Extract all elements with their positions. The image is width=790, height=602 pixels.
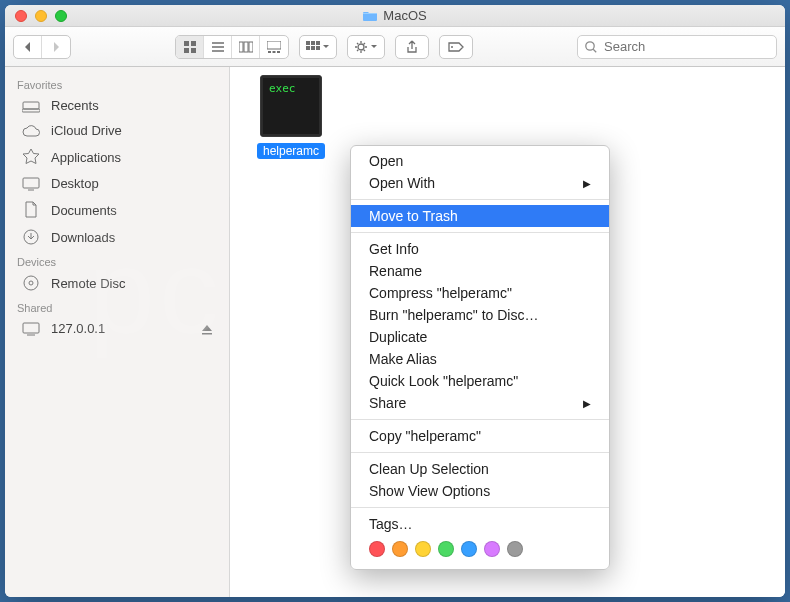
ctx-tags-label[interactable]: Tags… [351,513,609,535]
titlebar: MacOS [5,5,785,27]
search-input[interactable] [577,35,777,59]
ctx-compress[interactable]: Compress "helperamc" [351,282,609,304]
disc-icon [21,275,41,291]
sidebar: Favorites Recents iCloud Drive Applicati… [5,67,230,597]
svg-rect-22 [23,178,39,188]
svg-rect-16 [316,46,320,50]
cloud-icon [21,124,41,138]
ctx-separator [351,419,609,420]
ctx-get-info[interactable]: Get Info [351,238,609,260]
svg-rect-10 [277,51,280,53]
sidebar-header-favorites: Favorites [5,73,229,93]
file-item[interactable]: exec helperamc [252,75,330,159]
sidebar-item-documents[interactable]: Documents [9,196,225,224]
svg-point-24 [24,276,38,290]
share-button[interactable] [395,35,429,59]
svg-rect-7 [267,41,281,49]
list-view-button[interactable] [204,36,232,58]
search-field-wrap [577,35,777,59]
ctx-tag-colors [351,535,609,565]
svg-rect-8 [268,51,271,53]
arrange-button[interactable] [299,35,337,59]
tag-blue[interactable] [461,541,477,557]
desktop-icon [21,177,41,191]
ctx-duplicate[interactable]: Duplicate [351,326,609,348]
forward-button[interactable] [42,36,70,58]
svg-rect-11 [306,41,310,45]
ctx-move-to-trash[interactable]: Move to Trash [351,205,609,227]
tag-orange[interactable] [392,541,408,557]
svg-rect-14 [306,46,310,50]
sidebar-item-label: Recents [51,98,99,113]
svg-point-25 [29,281,33,285]
tag-yellow[interactable] [415,541,431,557]
svg-rect-1 [191,41,196,46]
svg-rect-13 [316,41,320,45]
sidebar-header-devices: Devices [5,250,229,270]
tag-green[interactable] [438,541,454,557]
sidebar-item-label: iCloud Drive [51,123,122,138]
svg-rect-15 [311,46,315,50]
column-view-button[interactable] [232,36,260,58]
view-mode-buttons [175,35,289,59]
recents-icon [21,99,41,113]
close-window-button[interactable] [15,10,27,22]
window-title: MacOS [383,8,426,23]
svg-rect-12 [311,41,315,45]
svg-point-19 [586,41,594,49]
sidebar-item-downloads[interactable]: Downloads [9,224,225,250]
gallery-view-button[interactable] [260,36,288,58]
ctx-separator [351,452,609,453]
downloads-icon [21,229,41,245]
search-icon [584,40,598,54]
tag-red[interactable] [369,541,385,557]
svg-rect-4 [239,42,243,52]
ctx-quick-look[interactable]: Quick Look "helperamc" [351,370,609,392]
sidebar-item-label: 127.0.0.1 [51,321,105,336]
sidebar-item-label: Applications [51,150,121,165]
applications-icon [21,148,41,166]
icon-view-button[interactable] [176,36,204,58]
chevron-right-icon: ▶ [583,398,591,409]
ctx-copy[interactable]: Copy "helperamc" [351,425,609,447]
ctx-open-with[interactable]: Open With▶ [351,172,609,194]
sidebar-item-recents[interactable]: Recents [9,93,225,118]
tag-purple[interactable] [484,541,500,557]
sidebar-item-remote-disc[interactable]: Remote Disc [9,270,225,296]
svg-rect-9 [273,51,276,53]
svg-rect-5 [244,42,248,52]
ctx-make-alias[interactable]: Make Alias [351,348,609,370]
ctx-separator [351,199,609,200]
minimize-window-button[interactable] [35,10,47,22]
svg-point-17 [358,44,364,50]
ctx-show-view-options[interactable]: Show View Options [351,480,609,502]
sidebar-item-icloud[interactable]: iCloud Drive [9,118,225,143]
toolbar [5,27,785,67]
ctx-rename[interactable]: Rename [351,260,609,282]
sidebar-item-network-host[interactable]: 127.0.0.1 [9,316,225,341]
tags-button[interactable] [439,35,473,59]
back-button[interactable] [14,36,42,58]
svg-point-18 [451,46,453,48]
file-name-label[interactable]: helperamc [257,143,325,159]
svg-rect-3 [191,48,196,53]
maximize-window-button[interactable] [55,10,67,22]
ctx-share[interactable]: Share▶ [351,392,609,414]
sidebar-item-applications[interactable]: Applications [9,143,225,171]
sidebar-item-label: Documents [51,203,117,218]
ctx-separator [351,507,609,508]
ctx-burn[interactable]: Burn "helperamc" to Disc… [351,304,609,326]
exec-file-icon: exec [260,75,322,137]
documents-icon [21,201,41,219]
ctx-clean-up[interactable]: Clean Up Selection [351,458,609,480]
ctx-open[interactable]: Open [351,150,609,172]
eject-icon[interactable] [201,323,213,335]
sidebar-item-desktop[interactable]: Desktop [9,171,225,196]
chevron-right-icon: ▶ [583,178,591,189]
ctx-separator [351,232,609,233]
sidebar-item-label: Desktop [51,176,99,191]
action-button[interactable] [347,35,385,59]
tag-gray[interactable] [507,541,523,557]
window-title-group: MacOS [5,8,785,23]
traffic-lights [5,10,67,22]
